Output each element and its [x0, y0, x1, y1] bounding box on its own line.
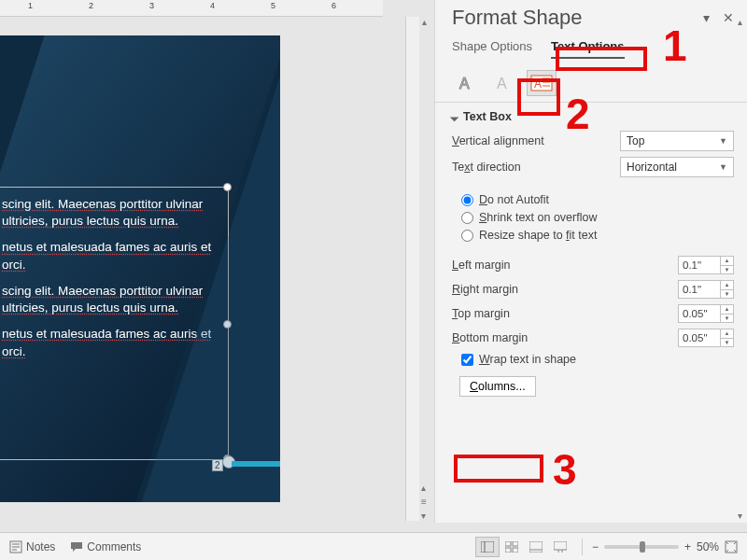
- resize-handle[interactable]: [223, 455, 232, 463]
- ruler-mark: 3: [149, 1, 154, 10]
- right-margin-input[interactable]: 0.1"▲▼: [678, 280, 734, 299]
- spin-up-icon[interactable]: ▲: [720, 329, 733, 339]
- scroll-down-icon[interactable]: ▾: [738, 511, 742, 521]
- close-icon[interactable]: ✕: [723, 10, 734, 25]
- valign-label: VVertical alignmentertical alignment: [452, 134, 544, 147]
- scroll-down-icon[interactable]: ▾: [421, 511, 427, 521]
- spin-up-icon[interactable]: ▲: [720, 257, 733, 266]
- format-shape-pane: Format Shape ▾ ✕ Shape Options Text Opti…: [434, 0, 747, 523]
- svg-rect-13: [505, 541, 511, 546]
- fit-to-window-icon[interactable]: [725, 540, 738, 553]
- left-margin-label: Left marginLeft margin: [452, 259, 511, 272]
- svg-rect-11: [481, 541, 494, 553]
- chevron-down-icon: ▼: [719, 136, 727, 146]
- text-line: netus et malesuada fames ac auris et orc…: [2, 240, 211, 271]
- comments-button[interactable]: Comments: [70, 540, 141, 553]
- svg-text:A: A: [497, 76, 507, 91]
- scroll-up-icon[interactable]: ▴: [738, 17, 742, 27]
- bottom-margin-input[interactable]: 0.05"▲▼: [678, 329, 734, 347]
- status-bar: Notes Comments − + 50%: [0, 532, 747, 560]
- scroll-up-icon[interactable]: ▴: [422, 17, 427, 27]
- svg-text:A: A: [534, 77, 542, 91]
- ruler-vertical: [405, 17, 419, 521]
- svg-text:A: A: [459, 76, 470, 91]
- pane-scroll-indicators: ▴ ▴ ≡ ▾: [418, 17, 430, 521]
- radio-shrink-text[interactable]: [461, 212, 473, 224]
- view-slideshow-icon[interactable]: [548, 537, 572, 557]
- ruler-mark: 1: [28, 1, 33, 10]
- textbox-icon[interactable]: A: [527, 70, 557, 96]
- view-reading-icon[interactable]: [524, 537, 548, 557]
- comments-icon: [70, 540, 83, 553]
- section-text-box[interactable]: Text Box: [452, 110, 734, 123]
- rotate-handle[interactable]: [222, 455, 235, 469]
- svg-rect-17: [529, 541, 543, 553]
- text-line: scing elit. Maecenas porttitor ulvinar u…: [2, 284, 203, 315]
- selection-edge: [228, 187, 229, 459]
- selection-edge: [0, 459, 228, 460]
- selection-edge: [0, 187, 228, 188]
- ruler-mark: 4: [210, 1, 215, 10]
- ruler-horizontal: 1 2 3 4 5 6: [0, 0, 383, 17]
- ruler-mark: 6: [331, 1, 336, 10]
- slide-canvas: 1 2 3 4 5 6 scing elit. Maecenas porttit…: [0, 0, 420, 523]
- spin-down-icon[interactable]: ▼: [720, 290, 733, 299]
- spin-down-icon[interactable]: ▼: [720, 315, 733, 323]
- notes-icon: [9, 540, 22, 553]
- spin-down-icon[interactable]: ▼: [720, 266, 733, 274]
- text-line: scing elit. Maecenas porttitor ulvinar u…: [2, 197, 203, 228]
- left-margin-input[interactable]: 0.1"▲▼: [678, 256, 734, 274]
- text-fill-outline-icon[interactable]: A: [452, 70, 482, 96]
- valign-combobox[interactable]: Top▼: [620, 131, 734, 151]
- text-direction-label: Text directionText direction: [452, 161, 521, 174]
- slide[interactable]: scing elit. Maecenas porttitor ulvinar u…: [0, 35, 280, 502]
- text-box[interactable]: scing elit. Maecenas porttitor ulvinar u…: [0, 192, 226, 373]
- tab-shape-options[interactable]: Shape Options: [452, 39, 532, 59]
- tab-text-options[interactable]: Text Options: [551, 39, 624, 59]
- zoom-percent[interactable]: 50%: [697, 540, 719, 553]
- resize-handle[interactable]: [223, 320, 232, 329]
- text-effects-icon[interactable]: A: [489, 70, 519, 96]
- spin-up-icon[interactable]: ▲: [720, 305, 733, 315]
- zoom-thumb[interactable]: [640, 541, 645, 553]
- resize-handle[interactable]: [223, 183, 232, 191]
- notes-button[interactable]: Notes: [9, 540, 55, 553]
- zoom-slider[interactable]: [604, 545, 679, 549]
- view-sorter-icon[interactable]: [500, 537, 524, 557]
- scroll-stack-icon[interactable]: ≡: [421, 497, 427, 507]
- spin-up-icon[interactable]: ▲: [720, 281, 733, 290]
- view-normal-icon[interactable]: [475, 537, 500, 557]
- columns-button[interactable]: Columns...Columns...: [459, 376, 536, 397]
- pane-scroll: ▴ ▾: [734, 17, 745, 521]
- pane-title: Format Shape: [452, 6, 582, 30]
- rotate-label: 2: [212, 459, 223, 471]
- svg-rect-16: [513, 548, 518, 553]
- radio-resize-shape[interactable]: [461, 230, 473, 242]
- top-margin-label: Top marginTop margin: [452, 307, 510, 320]
- chevron-down-icon: ▼: [719, 162, 727, 172]
- right-margin-label: Right marginRight margin: [452, 283, 518, 296]
- bottom-margin-label: Bottom marginBottom margin: [452, 331, 528, 344]
- accent-bar: [232, 461, 280, 467]
- scroll-up-icon[interactable]: ▴: [421, 483, 427, 493]
- svg-rect-14: [513, 541, 518, 546]
- text-direction-combobox[interactable]: Horizontal▼: [620, 157, 734, 177]
- zoom-out-button[interactable]: −: [592, 540, 599, 553]
- ruler-mark: 5: [271, 1, 275, 10]
- zoom-in-button[interactable]: +: [684, 540, 691, 553]
- top-margin-input[interactable]: 0.05"▲▼: [678, 304, 734, 323]
- radio-do-not-autofit[interactable]: [461, 194, 473, 206]
- svg-rect-15: [505, 548, 511, 553]
- wrap-text-checkbox[interactable]: [461, 354, 473, 366]
- text-line: netus et malesuada fames ac auris et orc…: [2, 327, 211, 357]
- pane-menu-icon[interactable]: ▾: [703, 10, 710, 25]
- spin-down-icon[interactable]: ▼: [720, 339, 733, 347]
- ruler-mark: 2: [89, 1, 93, 10]
- svg-rect-19: [554, 541, 567, 550]
